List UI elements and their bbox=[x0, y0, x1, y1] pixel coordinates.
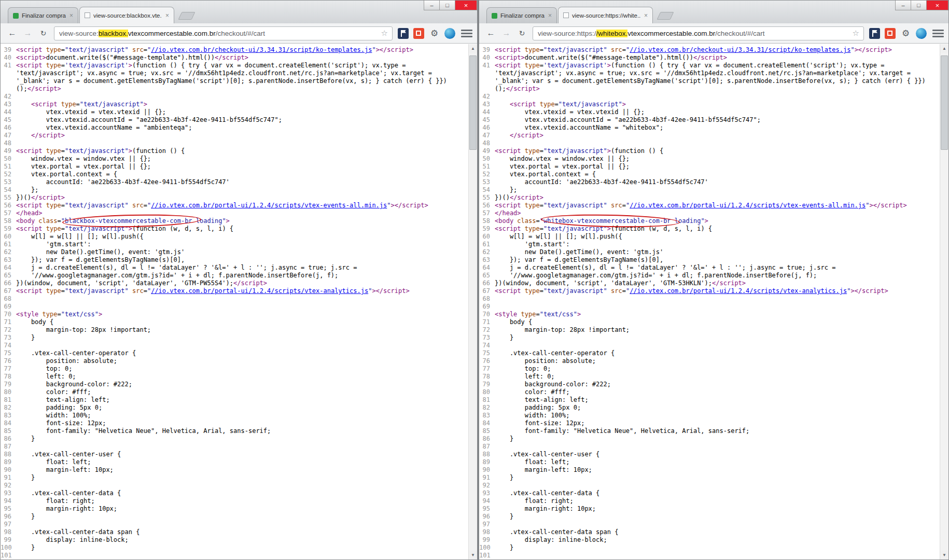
line-number: 81 bbox=[1, 396, 16, 404]
minimize-button[interactable]: – bbox=[895, 1, 911, 10]
page-favicon bbox=[563, 12, 569, 18]
maximize-button[interactable]: □ bbox=[911, 1, 927, 10]
reload-button[interactable]: ↻ bbox=[515, 26, 529, 40]
code-line: 56<script type="text/javascript" src="//… bbox=[1, 202, 468, 209]
tab-view-source[interactable]: view-source:https://white... × bbox=[558, 7, 653, 23]
forward-button[interactable]: → bbox=[499, 26, 513, 40]
code-line: 76 position: absolute; bbox=[1, 357, 468, 365]
tab-close-icon[interactable]: × bbox=[165, 12, 169, 19]
bookmark-star-icon[interactable]: ☆ bbox=[850, 29, 861, 38]
line-number: 78 bbox=[479, 373, 495, 381]
back-button[interactable]: ← bbox=[484, 26, 498, 40]
extension-box-icon[interactable] bbox=[413, 28, 424, 39]
line-number: 74 bbox=[479, 342, 495, 349]
scrollbar-thumb[interactable] bbox=[469, 55, 477, 150]
line-number: 48 bbox=[479, 139, 495, 147]
code-line: 61 'gtm.start': bbox=[1, 241, 468, 248]
new-tab-button[interactable] bbox=[178, 12, 196, 20]
new-tab-button[interactable] bbox=[657, 12, 674, 20]
close-button[interactable]: × bbox=[455, 1, 477, 10]
scroll-up-icon[interactable]: ▲ bbox=[940, 44, 948, 53]
scroll-down-icon[interactable]: ▼ bbox=[469, 551, 477, 559]
code-line: 68 bbox=[1, 295, 468, 303]
line-number: 83 bbox=[1, 412, 16, 419]
forward-button[interactable]: → bbox=[21, 26, 35, 40]
line-number: 82 bbox=[479, 404, 495, 412]
extension-globe-icon[interactable] bbox=[916, 28, 927, 39]
scrollbar[interactable]: ▲ ▼ bbox=[468, 44, 477, 559]
code-line: 81 text-align: left; bbox=[1, 396, 468, 404]
maximize-button[interactable]: □ bbox=[439, 1, 455, 10]
code-line: 83 width: 100%; bbox=[479, 412, 940, 419]
scrollbar-thumb[interactable] bbox=[941, 55, 948, 150]
line-number: 92 bbox=[1, 482, 16, 489]
code-line: 50 window.vtex = window.vtex || {}; bbox=[479, 155, 940, 163]
extension-globe-icon[interactable] bbox=[444, 28, 455, 39]
line-number: 75 bbox=[1, 349, 16, 357]
code-line: 40<script>document.write($("#message-tem… bbox=[1, 54, 468, 62]
code-rows: 39<script type="text/javascript" src="//… bbox=[1, 46, 468, 559]
code-line: 51 vtex.portal = vtex.portal || {}; bbox=[479, 163, 940, 171]
line-number: 49 bbox=[1, 147, 16, 155]
back-button[interactable]: ← bbox=[5, 26, 19, 40]
minimize-button[interactable]: – bbox=[424, 1, 440, 10]
line-number: 39 bbox=[479, 46, 495, 54]
line-number bbox=[479, 85, 495, 93]
tab-finalizar-compra[interactable]: Finalizar compra × bbox=[8, 7, 78, 23]
scroll-down-icon[interactable]: ▼ bbox=[940, 551, 948, 559]
code-line: 49<script type="text/javascript">(functi… bbox=[479, 147, 940, 155]
code-line: '_blank'; var s = document.getElementsBy… bbox=[1, 77, 468, 85]
checkout-favicon bbox=[492, 13, 497, 19]
code-line: 77 top: 0; bbox=[479, 365, 940, 373]
extension-flag-icon[interactable] bbox=[398, 28, 409, 39]
tab-label: view-source:blackbox.vte... bbox=[93, 12, 162, 19]
settings-gear-icon[interactable]: ⚙ bbox=[429, 28, 440, 39]
browser-window-left: Finalizar compra × view-source:blackbox.… bbox=[0, 0, 478, 560]
reload-button[interactable]: ↻ bbox=[36, 26, 50, 40]
extension-flag-icon[interactable] bbox=[869, 28, 880, 39]
address-bar[interactable]: view-source:https://whitebox.vtexcommerc… bbox=[533, 26, 864, 40]
settings-gear-icon[interactable]: ⚙ bbox=[900, 28, 911, 39]
menu-button[interactable] bbox=[461, 28, 472, 39]
code-line: 90 margin-left: 10px; bbox=[1, 466, 468, 474]
line-number: 44 bbox=[1, 108, 16, 116]
code-line: 88 .vtex-call-center-user { bbox=[1, 451, 468, 458]
code-line: 54 }; bbox=[1, 186, 468, 194]
line-number: 88 bbox=[1, 451, 16, 458]
code-line: 87 bbox=[1, 443, 468, 451]
close-button[interactable]: × bbox=[926, 1, 948, 10]
menu-button[interactable] bbox=[932, 28, 944, 39]
title-bar[interactable]: Finalizar compra × view-source:https://w… bbox=[479, 1, 948, 23]
code-line: 89 float: left; bbox=[479, 458, 940, 466]
url-highlight: blackbox. bbox=[99, 30, 128, 37]
extension-box-icon[interactable] bbox=[885, 28, 896, 39]
line-number: 99 bbox=[1, 536, 16, 544]
tab-strip: Finalizar compra × view-source:blackbox.… bbox=[8, 7, 193, 23]
line-number: 40 bbox=[479, 54, 495, 62]
tab-view-source[interactable]: view-source:blackbox.vte... × bbox=[79, 7, 174, 23]
bookmark-star-icon[interactable]: ☆ bbox=[379, 29, 390, 38]
code-line: 52 vtex.portal.context = { bbox=[1, 171, 468, 178]
title-bar[interactable]: Finalizar compra × view-source:blackbox.… bbox=[1, 1, 477, 23]
line-number: 63 bbox=[479, 256, 495, 264]
code-line: 98 .vtex-call-center-data span { bbox=[1, 528, 468, 536]
line-number: 100 bbox=[479, 544, 495, 552]
code-line: ();</script> bbox=[479, 85, 940, 93]
checkout-favicon bbox=[13, 13, 19, 19]
line-number: 73 bbox=[1, 334, 16, 342]
tab-close-icon[interactable]: × bbox=[548, 12, 552, 19]
line-number: 88 bbox=[479, 451, 495, 458]
scroll-up-icon[interactable]: ▲ bbox=[469, 44, 477, 53]
code-line: 46 vtex.vtexid.accountName = "whitebox"; bbox=[479, 124, 940, 132]
line-number: 43 bbox=[1, 101, 16, 108]
code-line: 64 j = d.createElement(s), dl = l != 'da… bbox=[1, 264, 468, 272]
tab-finalizar-compra[interactable]: Finalizar compra × bbox=[486, 7, 557, 23]
code-line: 78 left: 0; bbox=[1, 373, 468, 381]
tab-close-icon[interactable]: × bbox=[69, 12, 73, 19]
line-number: 65 bbox=[479, 272, 495, 279]
address-bar[interactable]: view-source:blackbox.vtexcommercestable.… bbox=[54, 26, 393, 40]
code-line: 84 font-size: 12px; bbox=[479, 419, 940, 427]
line-number: 98 bbox=[479, 528, 495, 536]
scrollbar[interactable]: ▲ ▼ bbox=[940, 44, 948, 559]
tab-close-icon[interactable]: × bbox=[644, 12, 648, 19]
